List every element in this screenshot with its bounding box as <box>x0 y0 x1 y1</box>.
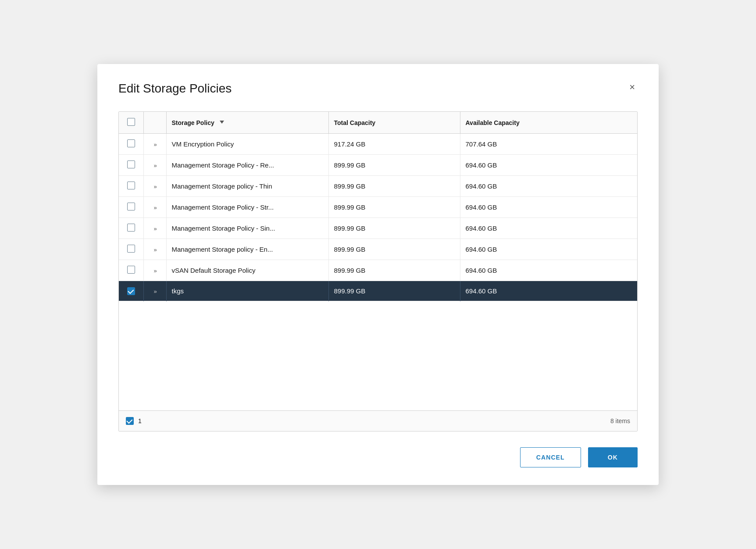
row-total-capacity: 899.99 GB <box>328 155 460 176</box>
row-checkbox-4[interactable] <box>127 203 135 210</box>
dialog-title: Edit Storage Policies <box>118 82 232 96</box>
footer-selected-checkbox[interactable] <box>126 417 134 425</box>
header-checkbox-cell <box>119 112 143 134</box>
row-checkbox-cell <box>119 176 143 197</box>
row-total-capacity: 899.99 GB <box>328 239 460 260</box>
row-expand-cell: » <box>143 197 166 218</box>
dialog-actions: CANCEL OK <box>118 447 638 467</box>
table-row[interactable]: » Management Storage policy - En... 899.… <box>119 239 637 260</box>
row-checkbox-3[interactable] <box>127 182 135 189</box>
row-checkbox-cell <box>119 281 143 301</box>
expand-icon-7[interactable]: » <box>153 267 156 274</box>
row-available-capacity: 707.64 GB <box>460 134 637 155</box>
table-row[interactable]: » Management Storage Policy - Sin... 899… <box>119 218 637 239</box>
header-available-capacity: Available Capacity <box>460 112 637 134</box>
table-row[interactable]: » Management Storage Policy - Str... 899… <box>119 197 637 218</box>
row-checkbox-cell <box>119 197 143 218</box>
row-checkbox-7[interactable] <box>127 266 135 274</box>
row-checkbox-cell <box>119 134 143 155</box>
expand-icon-5[interactable]: » <box>153 225 156 232</box>
storage-policy-table-container: Storage Policy Total Capacity Available … <box>118 111 638 431</box>
row-checkbox-5[interactable] <box>127 224 135 232</box>
header-expand-cell <box>143 112 166 134</box>
row-checkbox-2[interactable] <box>127 160 135 168</box>
row-policy-name: tkgs <box>166 281 328 301</box>
row-available-capacity: 694.60 GB <box>460 176 637 197</box>
row-total-capacity: 899.99 GB <box>328 176 460 197</box>
row-expand-cell: » <box>143 176 166 197</box>
row-policy-name: Management Storage Policy - Re... <box>166 155 328 176</box>
row-checkbox-cell <box>119 239 143 260</box>
selected-count: 1 <box>138 417 142 424</box>
row-policy-name: VM Encryption Policy <box>166 134 328 155</box>
table-body: » VM Encryption Policy 917.24 GB 707.64 … <box>119 134 637 301</box>
row-total-capacity: 899.99 GB <box>328 197 460 218</box>
filter-icon[interactable] <box>220 121 224 124</box>
table-row[interactable]: » Management Storage Policy - Re... 899.… <box>119 155 637 176</box>
row-available-capacity: 694.60 GB <box>460 197 637 218</box>
row-checkbox-6[interactable] <box>127 245 135 253</box>
table-wrapper: Storage Policy Total Capacity Available … <box>119 112 637 410</box>
row-total-capacity: 899.99 GB <box>328 281 460 301</box>
footer-left: 1 <box>126 417 142 425</box>
row-available-capacity: 694.60 GB <box>460 155 637 176</box>
expand-icon-2[interactable]: » <box>153 162 156 169</box>
row-policy-name: Management Storage policy - En... <box>166 239 328 260</box>
header-policy: Storage Policy <box>166 112 328 134</box>
row-policy-name: Management Storage Policy - Str... <box>166 197 328 218</box>
expand-icon-1[interactable]: » <box>153 141 156 148</box>
row-total-capacity: 917.24 GB <box>328 134 460 155</box>
policy-column-label: Storage Policy <box>172 119 214 126</box>
row-policy-name: vSAN Default Storage Policy <box>166 260 328 281</box>
expand-icon-6[interactable]: » <box>153 246 156 253</box>
table-row[interactable]: » tkgs 899.99 GB 694.60 GB <box>119 281 637 301</box>
row-expand-cell: » <box>143 281 166 301</box>
edit-storage-policies-dialog: Edit Storage Policies × Storage Policy <box>97 64 659 485</box>
row-expand-cell: » <box>143 239 166 260</box>
row-total-capacity: 899.99 GB <box>328 260 460 281</box>
row-policy-name: Management Storage Policy - Sin... <box>166 218 328 239</box>
close-button[interactable]: × <box>627 82 638 93</box>
row-total-capacity: 899.99 GB <box>328 218 460 239</box>
expand-icon-4[interactable]: » <box>153 204 156 211</box>
cancel-button[interactable]: CANCEL <box>520 447 581 467</box>
row-expand-cell: » <box>143 260 166 281</box>
expand-icon-8[interactable]: » <box>153 288 156 295</box>
table-row[interactable]: » VM Encryption Policy 917.24 GB 707.64 … <box>119 134 637 155</box>
row-expand-cell: » <box>143 155 166 176</box>
dialog-header: Edit Storage Policies × <box>118 82 638 96</box>
table-row[interactable]: » Management Storage policy - Thin 899.9… <box>119 176 637 197</box>
row-available-capacity: 694.60 GB <box>460 281 637 301</box>
footer-total-items: 8 items <box>610 417 630 424</box>
header-total-capacity: Total Capacity <box>328 112 460 134</box>
table-header-row: Storage Policy Total Capacity Available … <box>119 112 637 134</box>
row-checkbox-cell <box>119 155 143 176</box>
ok-button[interactable]: OK <box>588 447 638 467</box>
row-checkbox-8[interactable] <box>127 287 135 295</box>
row-policy-name: Management Storage policy - Thin <box>166 176 328 197</box>
row-available-capacity: 694.60 GB <box>460 260 637 281</box>
row-expand-cell: » <box>143 218 166 239</box>
expand-icon-3[interactable]: » <box>153 183 156 190</box>
row-checkbox-1[interactable] <box>127 139 135 147</box>
row-available-capacity: 694.60 GB <box>460 218 637 239</box>
row-checkbox-cell <box>119 218 143 239</box>
table-footer: 1 8 items <box>119 410 637 431</box>
storage-policy-table: Storage Policy Total Capacity Available … <box>119 112 637 301</box>
row-checkbox-cell <box>119 260 143 281</box>
row-available-capacity: 694.60 GB <box>460 239 637 260</box>
select-all-checkbox[interactable] <box>127 118 135 126</box>
row-expand-cell: » <box>143 134 166 155</box>
table-row[interactable]: » vSAN Default Storage Policy 899.99 GB … <box>119 260 637 281</box>
